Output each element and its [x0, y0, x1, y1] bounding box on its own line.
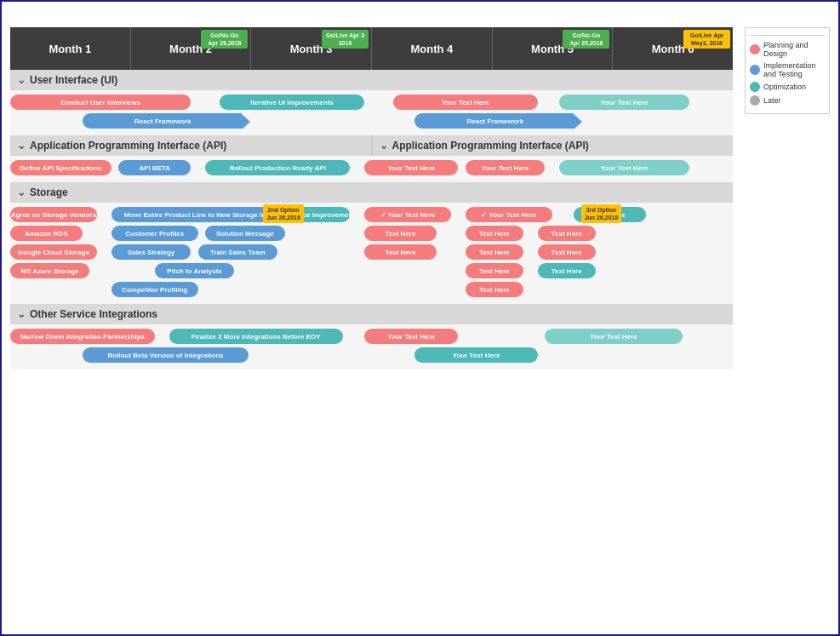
section-title: User Interface (UI): [30, 74, 117, 86]
milestone-badge-6: Go/Live AprMay3, 2018: [683, 30, 730, 49]
month-cell-1: Month 1: [10, 27, 131, 70]
section-title: Application Programming Interface (API): [30, 140, 226, 152]
chevron-icon: ⌄: [17, 186, 26, 198]
bar-item: React Framework: [414, 113, 574, 129]
bar-item: Sales Strategy: [111, 244, 191, 260]
section-header: ⌄ Application Programming Interface (API…: [373, 135, 734, 156]
option-badge-left: 2nd OptionJun 26,2018: [263, 204, 304, 223]
month-cell-6: Month 6Go/Live AprMay3, 2018: [613, 27, 733, 70]
bars-area: Conduct User InterviewsIterative UI Impr…: [10, 90, 733, 135]
bar-item: Rollout Production Ready API: [205, 160, 350, 175]
section-header: ⌄ User Interface (UI): [10, 70, 733, 90]
bar-item: Your Text Here: [414, 347, 537, 363]
bar-row: Agree on Storage VendorsMove Entire Prod…: [10, 207, 733, 224]
phases-items: Planning and Design Implementation and T…: [750, 41, 825, 106]
month-cell-5: Month 5Go/No-GoApr 29,2018: [493, 27, 614, 70]
bar-item: Train Sales Team: [198, 244, 277, 260]
bar-item: Text Here: [538, 226, 596, 241]
bar-item: Your Text Here: [364, 329, 458, 344]
chevron-icon: ⌄: [380, 140, 388, 152]
bar-row: Define API SpecificationsAPI BETARollout…: [10, 160, 733, 177]
bar-item: Define API Specifications: [10, 160, 111, 175]
dual-section-left: ⌄ Application Programming Interface (API…: [10, 135, 373, 156]
section-header: ⌄ Storage: [10, 182, 733, 203]
bar-row: MS Azure StoragePitch to AnalystsText He…: [10, 263, 733, 280]
bar-row: React FrameworkReact Framework: [10, 113, 733, 130]
bar-row: Rollout Beta Version of IntegrationsYour…: [10, 347, 733, 364]
dual-section-right: ⌄ Application Programming Interface (API…: [373, 135, 734, 156]
bar-item: Your Text Here: [545, 329, 682, 344]
bar-item: ✓ Your Text Here: [466, 207, 552, 222]
option-badge-right: 3rd OptionJun 26,2018: [581, 204, 622, 223]
month-cell-2: Month 2Go/No-GoApr 29,2018: [131, 27, 252, 70]
dual-bars-area: Define API SpecificationsAPI BETARollout…: [10, 156, 733, 182]
sections-container: ⌄ User Interface (UI)Conduct User Interv…: [10, 70, 733, 370]
bar-item: Pitch to Analysts: [155, 263, 234, 278]
bar-item: Text Here: [538, 263, 596, 278]
bar-item: Amazon RDS: [10, 226, 83, 241]
bar-item: MS Azure Storage: [10, 263, 89, 278]
bar-item: Text Here: [466, 263, 523, 278]
slide-container: Month 1Month 2Go/No-GoApr 29,2018Month 3…: [0, 0, 840, 636]
bar-item: Competitor Profiling: [111, 282, 198, 297]
legend-label-1: Implementation and Testing: [763, 61, 825, 78]
bar-item: Customer Profiles: [111, 226, 198, 241]
milestone-badge-2: Go/No-GoApr 29,2018: [201, 30, 248, 49]
bars-area: Define API SpecificationsAPI BETARollout…: [10, 156, 733, 182]
bar-item: Your Text Here: [393, 95, 538, 110]
legend-dot-2: [750, 82, 760, 92]
bar-row: Narrow Down Integration PartnershipsFina…: [10, 329, 733, 346]
footer-text: [2, 612, 838, 626]
bar-item: Your Text Here: [559, 160, 689, 175]
bar-item: API BETA: [118, 160, 191, 175]
legend-label-2: Optimization: [763, 83, 806, 91]
bar-item: ✓ Your Text Here: [364, 207, 451, 222]
section-title: Application Programming Interface (API): [392, 140, 589, 152]
bar-item: Narrow Down Integration Partnerships: [10, 329, 155, 344]
milestone-badge-5: Go/No-GoApr 29,2018: [563, 30, 609, 49]
slide-title: [2, 2, 838, 27]
bar-item: Text Here: [466, 244, 523, 260]
bar-item: Conduct User Interviews: [10, 95, 191, 110]
bar-item: Your Text Here: [466, 160, 545, 175]
bar-item: Move Entire Product Line to New Storage …: [111, 207, 285, 222]
bar-row: Amazon RDSCustomer ProfilesSolution Mess…: [10, 226, 733, 243]
bar-item: Text Here: [364, 244, 437, 260]
section-header: ⌄ Application Programming Interface (API…: [10, 135, 371, 156]
bar-item: Google Cloud Storage: [10, 244, 97, 260]
bar-item: Text Here: [466, 226, 523, 241]
bar-row: Google Cloud StorageSales StrategyTrain …: [10, 244, 733, 261]
bar-item: Your Text Here: [364, 160, 458, 175]
bar-item: Finalize 2 More Integrations Before EOY: [169, 329, 343, 344]
bars-area: Narrow Down Integration PartnershipsFina…: [10, 324, 733, 370]
dual-section-row: ⌄ Application Programming Interface (API…: [10, 135, 733, 156]
bar-row: Conduct User InterviewsIterative UI Impr…: [10, 95, 733, 112]
section-title: Other Service Integrations: [30, 308, 157, 320]
roadmap-main: Month 1Month 2Go/No-GoApr 29,2018Month 3…: [10, 27, 733, 370]
legend-item-3: Later: [750, 95, 825, 106]
bars-area: 2nd OptionJun 26,20183rd OptionJun 26,20…: [10, 203, 733, 304]
legend-dot-1: [750, 65, 760, 75]
legend-item-2: Optimization: [750, 82, 825, 92]
legend-item-1: Implementation and Testing: [750, 61, 825, 78]
bar-row: Competitor ProfilingText Here: [10, 282, 733, 299]
phases-title: [750, 32, 825, 36]
bar-item: Rollout Beta Version of Integrations: [83, 347, 249, 363]
section-title: Storage: [30, 186, 68, 198]
phases-legend: Planning and Design Implementation and T…: [745, 27, 830, 114]
bar-item: Text Here: [364, 226, 437, 241]
bar-item: Iterative UI Improvements: [220, 95, 364, 110]
bar-item: Text Here: [538, 244, 596, 260]
legend-dot-0: [750, 44, 760, 54]
chevron-icon: ⌄: [17, 308, 26, 320]
milestone-badge-3: Go/Live Apr 32018: [322, 30, 369, 49]
bar-item: Text Here: [466, 282, 523, 297]
arrow-tip: [574, 114, 582, 129]
bar-item: Your Text Here: [559, 95, 689, 110]
month-header-row: Month 1Month 2Go/No-GoApr 29,2018Month 3…: [10, 27, 733, 70]
section-header: ⌄ Other Service Integrations: [10, 304, 733, 324]
legend-label-0: Planning and Design: [763, 41, 825, 58]
month-cell-3: Month 3Go/Live Apr 32018: [251, 27, 372, 70]
bar-item: React Framework: [83, 113, 242, 129]
bar-item: Agree on Storage Vendors: [10, 207, 97, 222]
